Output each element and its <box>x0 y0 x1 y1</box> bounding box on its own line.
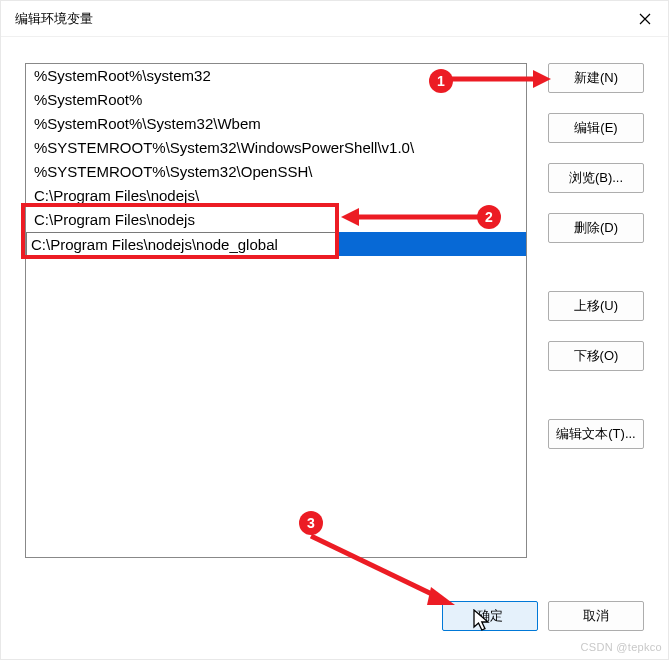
env-var-listbox[interactable]: %SystemRoot%\system32 %SystemRoot% %Syst… <box>25 63 527 558</box>
move-up-button[interactable]: 上移(U) <box>548 291 644 321</box>
inline-edit-input[interactable] <box>26 232 338 256</box>
side-buttons: 新建(N) 编辑(E) 浏览(B)... 删除(D) 上移(U) 下移(O) 编… <box>548 63 644 449</box>
cancel-button[interactable]: 取消 <box>548 601 644 631</box>
button-label: 编辑文本(T)... <box>556 425 635 443</box>
button-label: 新建(N) <box>574 69 618 87</box>
list-item[interactable]: %SystemRoot% <box>26 88 526 112</box>
new-button[interactable]: 新建(N) <box>548 63 644 93</box>
titlebar: 编辑环境变量 <box>1 1 668 37</box>
edit-text-button[interactable]: 编辑文本(T)... <box>548 419 644 449</box>
button-label: 下移(O) <box>574 347 619 365</box>
list-item[interactable]: C:\Program Files\nodejs <box>26 208 526 232</box>
close-icon <box>639 13 651 25</box>
close-button[interactable] <box>622 1 668 37</box>
list-item[interactable]: %SYSTEMROOT%\System32\WindowsPowerShell\… <box>26 136 526 160</box>
list-item[interactable]: %SYSTEMROOT%\System32\OpenSSH\ <box>26 160 526 184</box>
edit-button[interactable]: 编辑(E) <box>548 113 644 143</box>
ok-button[interactable]: 确定 <box>442 601 538 631</box>
list-item[interactable]: %SystemRoot%\System32\Wbem <box>26 112 526 136</box>
button-label: 取消 <box>583 607 609 625</box>
button-label: 确定 <box>477 607 503 625</box>
delete-button[interactable]: 删除(D) <box>548 213 644 243</box>
dialog-content: %SystemRoot%\system32 %SystemRoot% %Syst… <box>1 37 668 659</box>
list-item-selected[interactable]: C:\Program Files\nodejs\node_global <box>26 232 526 256</box>
browse-button[interactable]: 浏览(B)... <box>548 163 644 193</box>
dialog-title: 编辑环境变量 <box>15 10 93 28</box>
list-item[interactable]: C:\Program Files\nodejs\ <box>26 184 526 208</box>
watermark: CSDN @tepkco <box>581 641 662 653</box>
move-down-button[interactable]: 下移(O) <box>548 341 644 371</box>
bottom-buttons: 确定 取消 <box>442 601 644 631</box>
list-item[interactable]: %SystemRoot%\system32 <box>26 64 526 88</box>
button-label: 浏览(B)... <box>569 169 623 187</box>
button-label: 上移(U) <box>574 297 618 315</box>
button-label: 编辑(E) <box>574 119 617 137</box>
button-label: 删除(D) <box>574 219 618 237</box>
